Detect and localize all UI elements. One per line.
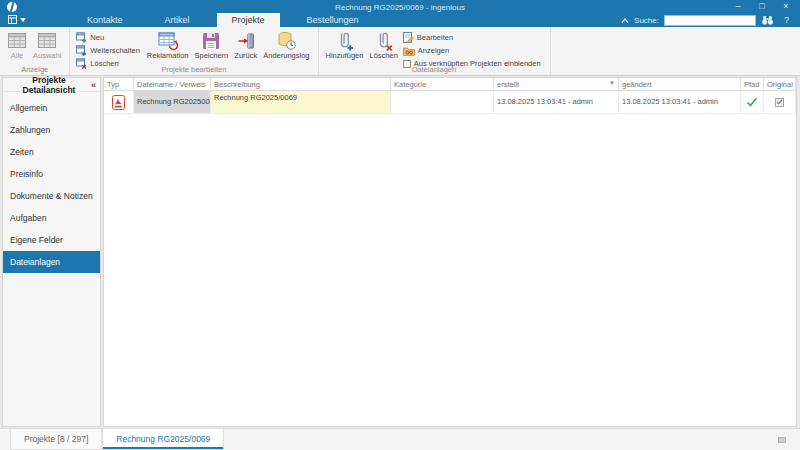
table-new-icon (76, 32, 87, 43)
cell-beschreibung[interactable]: Rechnung RG2025/0069 (211, 91, 391, 113)
cell-typ[interactable] (104, 91, 134, 113)
database-clock-icon (277, 30, 296, 51)
column-header-pfad[interactable]: Pfad (741, 78, 764, 90)
cell-erstellt[interactable]: 13.08.2025 13:03:41 - admin (494, 91, 619, 113)
loeschen-anlage-label: Löschen (369, 51, 397, 60)
anzeigen-button[interactable]: Anzeigen (403, 45, 541, 56)
weiterschalten-button[interactable]: Weiterschalten (76, 45, 139, 56)
sidebar-item-eigene-felder[interactable]: Eigene Felder (3, 229, 100, 251)
attachments-table: Typ Dateiname / Verweis Beschreibung Kat… (103, 77, 797, 427)
auswahl-button[interactable]: Auswahl (30, 29, 64, 61)
column-header-original[interactable]: Original (764, 78, 796, 90)
projekte-small-buttons: Neu Weiterschalten Löschen (74, 29, 143, 69)
window-controls: – □ × (726, 0, 798, 13)
alle-button[interactable]: Alle (4, 29, 30, 61)
aenderungslog-label: Änderungslog (263, 51, 309, 60)
neu-label: Neu (90, 33, 104, 42)
speichern-label: Speichern (195, 51, 229, 60)
binoculars-search-icon[interactable] (761, 15, 774, 25)
cell-dateiname[interactable]: Rechnung RG20250069_20250... (134, 91, 211, 113)
save-floppy-icon (202, 30, 220, 51)
cell-original[interactable] (764, 91, 796, 113)
table-grid-icon (7, 30, 27, 51)
folder-view-icon (403, 46, 415, 56)
sidebar-header: Projekte Detailansicht « (3, 78, 100, 92)
column-header-beschreibung[interactable]: Beschreibung (211, 78, 391, 90)
maximize-button[interactable]: □ (750, 0, 774, 13)
minimize-button[interactable]: – (726, 0, 750, 13)
pdf-file-icon (112, 95, 125, 110)
sidebar-item-aufgaben[interactable]: Aufgaben (3, 207, 100, 229)
tab-bestellungen[interactable]: Bestellungen (292, 13, 374, 27)
sidebar-item-preisinfo[interactable]: Preisinfo (3, 163, 100, 185)
main-menu-tabs: Kontakte Artikel Projekte Bestellungen (72, 13, 386, 27)
hinzufuegen-button[interactable]: Hinzufügen (323, 29, 367, 61)
original-checkbox-checked-icon[interactable] (775, 98, 784, 107)
column-header-erstellt[interactable]: erstellt▼ (494, 78, 619, 90)
bottom-tab-projekte[interactable]: Projekte [8 / 297] (10, 429, 102, 450)
aenderungslog-button[interactable]: Änderungslog (260, 29, 312, 61)
tab-projekte[interactable]: Projekte (217, 13, 280, 27)
sidebar-item-zeiten[interactable]: Zeiten (3, 141, 100, 163)
alle-label: Alle (11, 51, 24, 60)
group-label-dateianlagen: Dateianlagen (319, 65, 550, 74)
bottom-tab-bar: Projekte [8 / 297] Rechnung RG2025/0069 (0, 428, 800, 450)
column-header-dateiname[interactable]: Dateiname / Verweis (134, 78, 211, 90)
menu-right-cluster: Suche: ? (621, 13, 800, 27)
zurueck-button[interactable]: Zurück (231, 29, 260, 61)
collapse-ribbon-icon[interactable] (621, 18, 629, 23)
sidebar-item-dateianlagen[interactable]: Dateianlagen (3, 251, 100, 273)
erstellt-label: erstellt (497, 80, 519, 89)
paperclip-plus-icon (335, 30, 354, 51)
check-green-icon (746, 97, 758, 107)
sidebar-items: Allgemein Zahlungen Zeiten Preisinfo Dok… (3, 97, 100, 273)
sidebar-title: Projekte Detailansicht (7, 75, 91, 95)
ribbon-group-projekte-bearbeiten: Neu Weiterschalten Löschen Reklamation S… (70, 27, 318, 75)
column-header-kategorie[interactable]: Kategorie (391, 78, 494, 90)
column-header-geaendert[interactable]: geändert (619, 78, 741, 90)
auswahl-label: Auswahl (33, 51, 61, 60)
chevron-down-icon (20, 18, 26, 22)
cell-geaendert[interactable]: 13.08.2025 13:03:41 - admin (619, 91, 741, 113)
list-menu-icon (8, 15, 18, 25)
bearbeiten-button[interactable]: Bearbeiten (403, 32, 541, 43)
reklamation-label: Reklamation (147, 51, 189, 60)
search-label: Suche: (634, 16, 659, 25)
neu-button[interactable]: Neu (76, 32, 139, 43)
tab-kontakte[interactable]: Kontakte (72, 13, 138, 27)
anzeigen-label: Anzeigen (418, 46, 449, 55)
zurueck-label: Zurück (234, 51, 257, 60)
window-title: Rechnung RG2025/0069 - ingenious (0, 3, 800, 12)
sort-arrow-icon[interactable]: ▼ (609, 80, 615, 86)
hinzufuegen-label: Hinzufügen (326, 51, 364, 60)
close-button[interactable]: × (774, 0, 798, 13)
tab-scroll-grip-icon[interactable] (778, 437, 786, 443)
cell-kategorie[interactable] (391, 91, 494, 113)
search-input[interactable] (664, 15, 756, 26)
sidebar-item-dokumente-notizen[interactable]: Dokumente & Notizen (3, 185, 100, 207)
back-door-icon (237, 30, 255, 51)
group-label-anzeige: Anzeige (0, 65, 69, 74)
group-label-projekte-bearbeiten: Projekte bearbeiten (70, 65, 317, 74)
column-header-typ[interactable]: Typ (104, 78, 134, 90)
bottom-tab-rechnung[interactable]: Rechnung RG2025/0069 (102, 429, 224, 450)
speichern-button[interactable]: Speichern (192, 29, 232, 61)
help-button[interactable]: ? (779, 15, 794, 25)
detail-sidebar: Projekte Detailansicht « Allgemein Zahlu… (2, 77, 101, 427)
table-forward-icon (76, 45, 87, 56)
reklamation-button[interactable]: Reklamation (144, 29, 192, 61)
bearbeiten-label: Bearbeiten (417, 33, 453, 42)
dateianlagen-small-buttons: Bearbeiten Anzeigen Aus verknüpften Proj… (401, 29, 545, 69)
ribbon-toolbar: Alle Auswahl Anzeige Neu Weiterschalten … (0, 27, 800, 76)
table-row[interactable]: Rechnung RG20250069_20250... Rechnung RG… (104, 91, 796, 114)
loeschen-anlage-button[interactable]: Löschen (366, 29, 400, 61)
sidebar-collapse-button[interactable]: « (91, 80, 96, 90)
cell-pfad[interactable] (741, 91, 764, 113)
sidebar-item-allgemein[interactable]: Allgemein (3, 97, 100, 119)
ribbon-group-anzeige: Alle Auswahl Anzeige (0, 27, 70, 75)
menu-row: Kontakte Artikel Projekte Bestellungen S… (0, 13, 800, 27)
tab-artikel[interactable]: Artikel (150, 13, 205, 27)
sidebar-item-zahlungen[interactable]: Zahlungen (3, 119, 100, 141)
app-menu-button[interactable] (0, 13, 32, 27)
ribbon-group-dateianlagen: Hinzufügen Löschen Bearbeiten Anzeigen A… (319, 27, 551, 75)
